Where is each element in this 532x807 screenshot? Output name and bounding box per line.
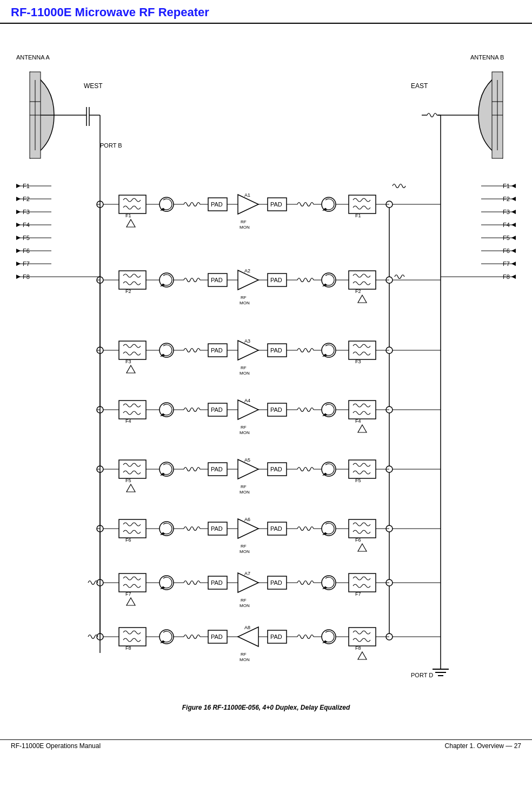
svg-rect-136	[349, 341, 376, 359]
svg-rect-258	[119, 628, 146, 646]
svg-marker-40	[511, 197, 516, 201]
svg-text:PAD: PAD	[270, 406, 282, 413]
svg-rect-200	[119, 519, 146, 538]
svg-text:A7: A7	[244, 571, 250, 576]
svg-marker-44	[511, 223, 516, 227]
svg-marker-50	[511, 262, 516, 266]
svg-text:RF: RF	[241, 219, 247, 224]
svg-marker-28	[16, 223, 21, 227]
svg-text:F6: F6	[125, 537, 131, 543]
channel-3: F3 PAD A3 RF MON PAD	[97, 338, 393, 376]
svg-marker-32	[16, 249, 21, 253]
svg-text:F7: F7	[355, 591, 361, 597]
svg-text:PAD: PAD	[270, 633, 282, 640]
svg-rect-55	[119, 195, 146, 214]
channel-6: F6 PAD A6 RF MON PAD	[97, 517, 393, 554]
svg-marker-108	[358, 295, 367, 303]
antenna-b-dish	[478, 72, 503, 158]
svg-text:F3: F3	[355, 359, 361, 364]
svg-marker-48	[511, 249, 516, 253]
diagram-area: ANTENNA A ANTENNA B WEST EAST PORT B POR…	[0, 26, 532, 739]
svg-text:F1: F1	[355, 213, 361, 218]
svg-rect-229	[119, 573, 146, 592]
svg-text:MON: MON	[240, 301, 250, 305]
svg-text:MON: MON	[240, 490, 250, 495]
svg-text:MON: MON	[240, 430, 250, 435]
svg-text:A6: A6	[244, 517, 250, 522]
antenna-a-label: ANTENNA A	[16, 54, 50, 61]
svg-point-203	[159, 522, 174, 536]
svg-marker-26	[16, 210, 21, 214]
svg-text:PAD: PAD	[211, 579, 223, 586]
svg-text:A3: A3	[244, 338, 250, 344]
svg-text:F8: F8	[125, 645, 131, 651]
svg-marker-115	[127, 365, 135, 373]
svg-text:MON: MON	[240, 603, 250, 608]
svg-rect-222	[349, 519, 376, 538]
left-f2-label: F2	[23, 196, 30, 202]
channel-8: F8 PAD A8 RF MON PAD	[88, 625, 393, 662]
svg-text:F7: F7	[125, 591, 131, 597]
right-f5-label: F5	[503, 235, 510, 241]
svg-text:PAD: PAD	[211, 277, 223, 283]
svg-marker-34	[16, 262, 21, 266]
svg-marker-46	[511, 236, 516, 240]
svg-rect-252	[349, 573, 376, 592]
svg-text:F6: F6	[355, 537, 361, 543]
svg-text:RF: RF	[241, 365, 247, 370]
left-f6-label: F6	[23, 248, 30, 254]
footer-left-text: RF-11000E Operations Manual	[11, 742, 101, 750]
svg-text:RF: RF	[241, 544, 247, 549]
channel-2: F2 PAD A2 RF MON PAD	[97, 268, 393, 305]
svg-rect-113	[119, 341, 146, 359]
svg-text:PAD: PAD	[270, 201, 282, 208]
svg-point-233	[159, 576, 174, 590]
svg-text:RF: RF	[241, 484, 247, 489]
svg-marker-166	[358, 425, 367, 432]
svg-rect-84	[119, 271, 146, 289]
svg-marker-224	[358, 544, 367, 551]
svg-text:RF: RF	[241, 652, 247, 657]
svg-marker-282	[358, 652, 367, 659]
svg-text:PAD: PAD	[270, 466, 282, 472]
svg-rect-171	[119, 460, 146, 478]
left-f8-label: F8	[23, 274, 30, 280]
channel-7: F7 PAD A7 RF MON PAD	[88, 571, 393, 608]
svg-marker-22	[16, 184, 21, 188]
svg-text:F5: F5	[355, 478, 361, 483]
left-f5-label: F5	[23, 235, 30, 241]
right-f3-label: F3	[503, 209, 510, 215]
svg-text:A2: A2	[244, 268, 250, 274]
svg-marker-30	[16, 236, 21, 240]
svg-rect-142	[119, 401, 146, 419]
svg-text:F8: F8	[355, 645, 361, 651]
svg-rect-194	[349, 460, 376, 478]
figure-caption: Figure 16 RF-11000E-056, 4+0 Duplex, Del…	[182, 704, 350, 711]
svg-text:PAD: PAD	[211, 201, 223, 208]
page-title: RF-11000E Microwave RF Repeater	[11, 5, 521, 19]
svg-marker-231	[127, 598, 135, 605]
svg-text:RF: RF	[241, 425, 247, 430]
antenna-b-label: ANTENNA B	[470, 54, 504, 61]
svg-text:F4: F4	[355, 418, 361, 424]
footer-right-text: Chapter 1. Overview — 27	[445, 742, 521, 750]
svg-text:PAD: PAD	[270, 525, 282, 532]
port-b-label: PORT B	[100, 142, 122, 149]
left-f1-label: F1	[23, 183, 30, 189]
svg-rect-164	[349, 401, 376, 419]
port-d-label: PORT D	[411, 672, 433, 678]
east-label: EAST	[411, 82, 428, 90]
svg-point-87	[159, 273, 174, 287]
svg-point-261	[159, 630, 174, 644]
svg-text:F5: F5	[125, 478, 131, 483]
svg-text:A5: A5	[244, 457, 250, 463]
svg-text:A1: A1	[244, 192, 250, 198]
svg-text:RF: RF	[241, 295, 247, 300]
svg-point-117	[159, 343, 174, 357]
svg-marker-36	[16, 275, 21, 279]
svg-text:F2: F2	[355, 289, 361, 294]
west-label: WEST	[84, 82, 103, 90]
svg-text:MON: MON	[240, 225, 250, 230]
svg-text:F4: F4	[125, 418, 131, 424]
svg-marker-52	[511, 275, 516, 279]
